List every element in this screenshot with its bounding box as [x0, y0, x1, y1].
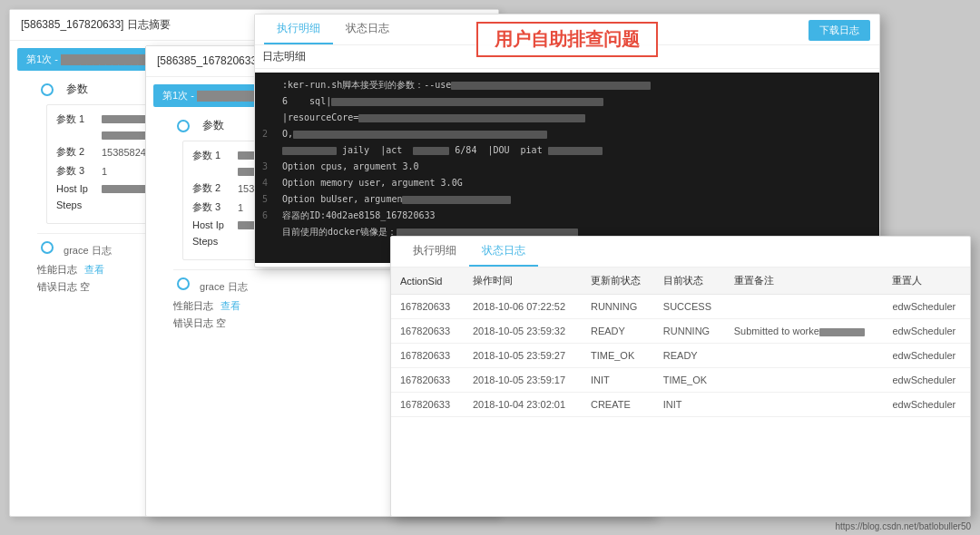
td-time: 2018-10-06 07:22:52: [464, 295, 582, 319]
td-curr-status: TIME_OK: [654, 368, 725, 393]
td-operator: edwScheduler: [883, 393, 970, 417]
watermark: https://blog.csdn.net/batlobuller50: [835, 521, 971, 531]
td-note: [725, 368, 884, 393]
td-action-sid: 167820633: [391, 319, 464, 344]
highlight-title: 用户自助排查问题: [476, 22, 658, 57]
log-line-5: jaily |act 6/84 |DOU piat: [262, 143, 872, 157]
td-prev-status: CREATE: [582, 393, 654, 417]
td-operator: edwScheduler: [883, 368, 970, 393]
th-curr-status: 目前状态: [654, 268, 725, 295]
log-line-7: 4 Option memory user, argument 3.0G: [262, 176, 872, 190]
td-curr-status: SUCCESS: [654, 295, 725, 319]
log-line-8: 5 Option buUser, argumen: [262, 192, 872, 206]
td-note: [725, 393, 884, 417]
log-line-1: :ker-run.sh脚本接受到的参数：--use: [262, 78, 872, 92]
th-note: 重置备注: [725, 268, 884, 295]
status-table: ActionSid 操作时间 更新前状态 目前状态 重置备注 重置人 16782…: [391, 268, 970, 417]
th-operator: 重置人: [883, 268, 970, 295]
td-action-sid: 167820633: [391, 368, 464, 393]
td-time: 2018-10-04 23:02:01: [464, 393, 582, 417]
td-operator: edwScheduler: [883, 319, 970, 344]
perf-log-link-mid[interactable]: 查看: [220, 299, 240, 313]
td-operator: edwScheduler: [883, 295, 970, 319]
circle-marker: [41, 83, 54, 96]
table-row: 167820633 2018-10-05 23:59:27 TIME_OK RE…: [391, 344, 970, 368]
td-prev-status: INIT: [582, 368, 654, 393]
panel-front-top: 执行明细 状态日志 用户自助排查问题 日志明细 下载日志 :ker-run.sh…: [254, 14, 880, 268]
td-prev-status: READY: [582, 319, 654, 344]
table-header-row: ActionSid 操作时间 更新前状态 目前状态 重置备注 重置人: [391, 268, 970, 295]
td-note: [725, 295, 884, 319]
td-action-sid: 167820633: [391, 295, 464, 319]
grace-circle-mid: [177, 277, 190, 290]
circle-marker-mid: [177, 120, 190, 132]
table-row: 167820633 2018-10-04 23:02:01 CREATE INI…: [391, 393, 970, 417]
td-time: 2018-10-05 23:59:27: [464, 344, 582, 368]
td-time: 2018-10-05 23:59:32: [464, 319, 582, 344]
tab-execution-detail-top[interactable]: 执行明细: [264, 15, 333, 44]
tab-status-log-top[interactable]: 状态日志: [333, 15, 402, 44]
panel-front-bottom: 执行明细 状态日志 ActionSid 操作时间 更新前状态 目前状态 重置备注…: [390, 236, 971, 517]
td-note: [725, 344, 884, 368]
td-time: 2018-10-05 23:59:17: [464, 368, 582, 393]
td-prev-status: RUNNING: [582, 295, 654, 319]
td-curr-status: RUNNING: [654, 319, 725, 344]
log-line-2: 6 sql|: [262, 94, 872, 108]
td-curr-status: READY: [654, 344, 725, 368]
front-bottom-tabs: 执行明细 状态日志: [391, 237, 970, 268]
log-line-3: |resourceCore=: [262, 111, 872, 124]
td-action-sid: 167820633: [391, 344, 464, 368]
table-row: 167820633 2018-10-05 23:59:32 READY RUNN…: [391, 319, 970, 344]
td-operator: edwScheduler: [883, 344, 970, 368]
grace-circle: [41, 241, 54, 254]
td-note: Submitted to worke: [725, 319, 884, 344]
td-curr-status: INIT: [654, 393, 725, 417]
table-row: 167820633 2018-10-05 23:59:17 INIT TIME_…: [391, 368, 970, 393]
table-row: 167820633 2018-10-06 07:22:52 RUNNING SU…: [391, 295, 970, 319]
th-action-sid: ActionSid: [391, 268, 464, 295]
log-line-4: 2 O,: [262, 127, 872, 141]
log-line-6: 3 Option cpus, argument 3.0: [262, 160, 872, 173]
panel-back-title-text: [586385_167820633] 日志摘要: [21, 17, 171, 33]
td-action-sid: 167820633: [391, 393, 464, 417]
tab-execution-detail-bottom[interactable]: 执行明细: [400, 237, 469, 267]
tab-status-log-bottom[interactable]: 状态日志: [469, 237, 538, 267]
perf-log-link-back[interactable]: 查看: [84, 263, 104, 277]
log-area: :ker-run.sh脚本接受到的参数：--use 6 sql| |resour…: [255, 73, 879, 263]
th-prev-status: 更新前状态: [582, 268, 654, 295]
download-log-button[interactable]: 下载日志: [808, 20, 870, 41]
log-line-9: 6 容器的ID:40d2ae8158_167820633: [262, 209, 872, 222]
th-time: 操作时间: [464, 268, 582, 295]
td-prev-status: TIME_OK: [582, 344, 654, 368]
